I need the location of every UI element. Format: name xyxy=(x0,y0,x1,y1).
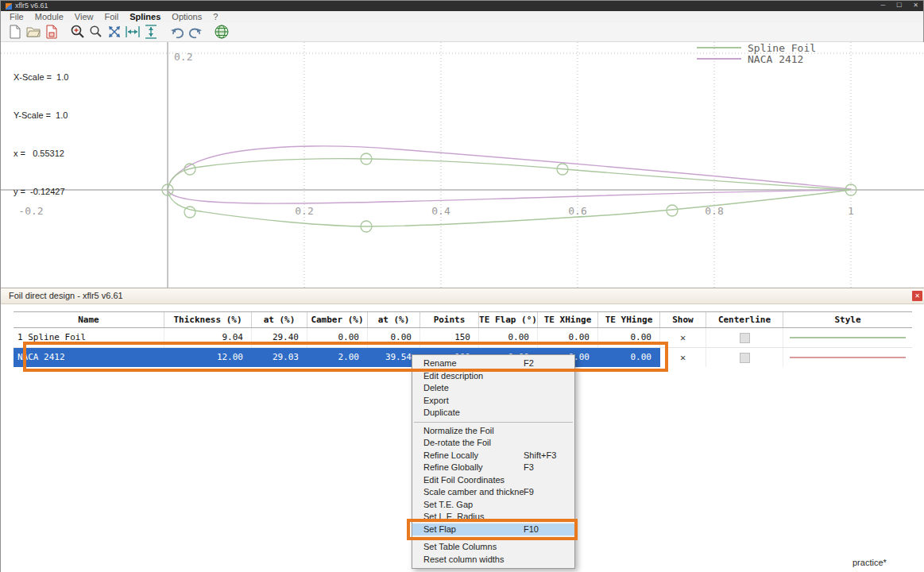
context-menu-item-edit-description[interactable]: Edit description xyxy=(412,370,574,383)
title-bar: xflr5 v6.61 ─ ☐ ✕ xyxy=(1,1,923,11)
thickness-cell[interactable]: 9.04 xyxy=(164,328,252,347)
open-file-button[interactable] xyxy=(24,23,42,41)
maximize-button[interactable]: ☐ xyxy=(896,1,902,10)
zoom-button[interactable] xyxy=(87,23,105,41)
menu-options[interactable]: Options xyxy=(166,11,207,22)
y-scale-readout: Y-Scale = 1.0 xyxy=(14,109,68,122)
redo-button[interactable] xyxy=(186,23,204,41)
undo-button[interactable] xyxy=(168,23,186,41)
menu-view[interactable]: View xyxy=(69,11,99,22)
table-row-spline-foil[interactable]: 1 Spline Foil 9.04 29.40 0.00 0.00 150 0… xyxy=(14,328,912,348)
menu-foil[interactable]: Foil xyxy=(99,11,124,22)
menu-separator xyxy=(414,538,573,539)
context-menu-item-normalize-foil[interactable]: Normalize the Foil xyxy=(412,425,574,438)
menu-separator xyxy=(414,422,573,423)
thickness-cell[interactable]: 12.00 xyxy=(164,348,252,367)
reset-x-scale-button[interactable] xyxy=(123,23,141,41)
spline-control-point[interactable] xyxy=(184,207,195,218)
context-menu-item-scale-camber-thickness[interactable]: Scale camber and thicknessF9 xyxy=(412,486,574,499)
col-header-camber-at[interactable]: at (%) xyxy=(368,312,420,327)
te-yhinge-cell[interactable]: 0.00 xyxy=(598,348,660,367)
plot-legend: Spline Foil NACA 2412 xyxy=(697,42,816,64)
context-menu-item-rename[interactable]: RenameF2 xyxy=(412,358,574,370)
cursor-y-readout: y = -0.12427 xyxy=(14,185,68,198)
naca-2412-curve[interactable] xyxy=(168,146,851,203)
foil-name-cell[interactable]: NACA 2412 xyxy=(14,348,164,367)
legend-entry: Spline Foil xyxy=(697,42,816,53)
plot-canvas[interactable]: 0.2 -0.2 0.2 0.4 0.6 0.8 1 xyxy=(1,42,924,288)
legend-label: NACA 2412 xyxy=(748,53,803,65)
new-file-button[interactable] xyxy=(6,23,24,41)
context-menu-item-duplicate[interactable]: Duplicate xyxy=(412,407,574,419)
col-header-style[interactable]: Style xyxy=(783,312,912,327)
minimize-button[interactable]: ─ xyxy=(880,1,885,10)
context-menu-item-set-flap[interactable]: Set FlapF10 xyxy=(412,524,574,536)
reset-y-scale-button[interactable] xyxy=(141,23,160,41)
panel-title-bar[interactable]: Foil direct design - xflr5 v6.61 ✕ xyxy=(1,288,924,304)
show-toggle[interactable]: ✕ xyxy=(660,328,706,347)
col-header-te-flap[interactable]: TE Flap (°) xyxy=(479,312,538,327)
style-cell[interactable] xyxy=(783,348,912,367)
new-file-icon xyxy=(9,25,21,39)
reset-x-scale-icon xyxy=(125,25,141,39)
col-header-name[interactable]: Name xyxy=(14,312,164,327)
panel-close-button[interactable]: ✕ xyxy=(912,291,922,301)
reset-scales-button[interactable] xyxy=(105,23,123,41)
col-header-te-yhinge[interactable]: TE YHinge xyxy=(598,312,660,327)
thickness-at-cell[interactable]: 29.40 xyxy=(252,328,307,347)
col-header-thickness[interactable]: Thickness (%) xyxy=(164,312,252,327)
centerline-checkbox[interactable] xyxy=(740,353,750,363)
foil-name-cell[interactable]: 1 Spline Foil xyxy=(14,328,164,347)
col-header-show[interactable]: Show xyxy=(660,312,706,327)
save-file-button[interactable] xyxy=(42,23,60,41)
world-view-button[interactable] xyxy=(212,23,230,41)
context-menu-item-refine-globally[interactable]: Refine GloballyF3 xyxy=(412,462,574,474)
menu-file[interactable]: File xyxy=(4,11,29,22)
points-cell[interactable]: 150 xyxy=(420,328,479,347)
cursor-x-readout: x = 0.55312 xyxy=(14,147,68,160)
camber-cell[interactable]: 2.00 xyxy=(307,348,368,367)
zoom-in-button[interactable] xyxy=(68,23,87,41)
context-menu-item-set-te-gap[interactable]: Set T.E. Gap xyxy=(412,499,574,512)
legend-line-spline-foil xyxy=(697,47,741,48)
col-header-thickness-at[interactable]: at (%) xyxy=(252,312,307,327)
context-menu-item-set-le-radius[interactable]: Set L.E. Radius xyxy=(412,511,574,524)
legend-entry: NACA 2412 xyxy=(697,53,816,64)
menu-help[interactable]: ? xyxy=(207,11,223,22)
window-title: xflr5 v6.61 xyxy=(15,1,48,11)
centerline-checkbox[interactable] xyxy=(740,333,750,343)
te-xhinge-cell[interactable]: 0.00 xyxy=(538,328,598,347)
style-line xyxy=(790,337,906,338)
app-icon xyxy=(6,3,12,10)
context-menu-item-set-table-columns[interactable]: Set Table Columns xyxy=(412,541,574,554)
airfoil-plot: 0.2 -0.2 0.2 0.4 0.6 0.8 1 xyxy=(1,42,924,288)
spline-foil-curve[interactable] xyxy=(168,159,851,226)
menu-splines[interactable]: Splines xyxy=(124,11,166,22)
menu-module[interactable]: Module xyxy=(29,11,69,22)
camber-cell[interactable]: 0.00 xyxy=(307,328,368,347)
toolbar xyxy=(1,22,923,42)
open-folder-icon xyxy=(26,25,41,39)
thickness-at-cell[interactable]: 29.03 xyxy=(252,348,307,367)
context-menu-item-edit-foil-coordinates[interactable]: Edit Foil Coordinates xyxy=(412,474,574,487)
col-header-camber[interactable]: Camber (%) xyxy=(307,312,368,327)
context-menu-item-refine-locally[interactable]: Refine LocallyShift+F3 xyxy=(412,450,574,462)
centerline-cell xyxy=(706,348,783,367)
camber-at-cell[interactable]: 0.00 xyxy=(368,328,420,347)
show-toggle[interactable]: ✕ xyxy=(660,348,706,367)
context-menu-item-reset-column-widths[interactable]: Reset column widths xyxy=(412,554,574,566)
col-header-points[interactable]: Points xyxy=(420,312,479,327)
zoom-icon xyxy=(89,25,103,39)
te-flap-cell[interactable]: 0.00 xyxy=(479,328,538,347)
context-menu-item-delete[interactable]: Delete xyxy=(412,382,574,395)
te-yhinge-cell[interactable]: 0.00 xyxy=(598,328,660,347)
centerline-cell xyxy=(706,328,783,347)
context-menu-item-derotate-foil[interactable]: De-rotate the Foil xyxy=(412,437,574,450)
context-menu-item-export[interactable]: Export xyxy=(412,395,574,408)
style-cell[interactable] xyxy=(783,328,912,347)
legend-line-naca-2412 xyxy=(697,58,741,60)
x-scale-readout: X-Scale = 1.0 xyxy=(14,71,68,83)
close-button[interactable]: ✕ xyxy=(913,1,918,10)
col-header-te-xhinge[interactable]: TE XHinge xyxy=(538,312,598,327)
col-header-centerline[interactable]: Centerline xyxy=(706,312,783,327)
